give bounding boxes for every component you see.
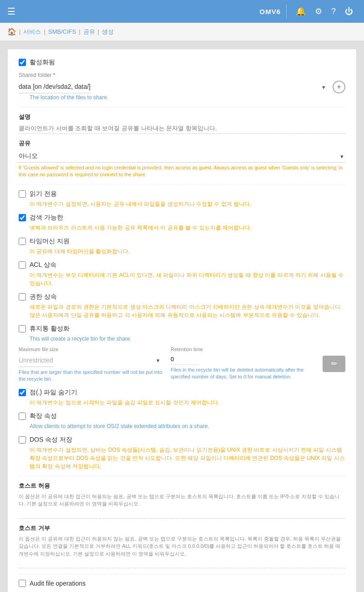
enabled-checkbox[interactable] xyxy=(19,59,26,66)
breadcrumb-home[interactable]: 🏠 xyxy=(7,27,16,36)
host-allow-input[interactable] xyxy=(19,508,345,519)
guest-select[interactable]: 아니오 xyxy=(19,149,345,163)
max-file-size-select-wrapper: Unrestricted xyxy=(19,354,163,367)
host-allow-label: 호스트 허용 xyxy=(19,482,345,490)
navbar-left: ☰ xyxy=(7,6,15,17)
menu-icon[interactable]: ☰ xyxy=(7,6,15,17)
recycle-label[interactable]: 휴지통 활성화 xyxy=(30,325,70,333)
max-file-size-select-row: Unrestricted xyxy=(19,354,163,367)
acl-section: ACL 상속 이 매개변수는 부모 디렉터리에 기본 ACL이 있다면, 새 파… xyxy=(19,261,345,287)
readonly-checkbox[interactable] xyxy=(19,190,26,198)
description-input[interactable] xyxy=(19,123,345,134)
divider-2 xyxy=(19,184,345,184)
eraser-button[interactable]: ✏ xyxy=(323,356,345,372)
breadcrumb-create: 생성 xyxy=(102,28,114,36)
inherit-perms-row: 권한 상속 xyxy=(19,293,345,301)
timemachine-desc: 이 공유에 대해 타임머신을 활성화합니다. xyxy=(30,247,345,255)
form-card: 활성화됨 Shared folder * data [on /dev/sda2,… xyxy=(7,49,357,592)
description-section: 설명 xyxy=(19,113,345,134)
host-allow-desc: 이 옵션은 이 공유에 대한 접근이 허용되는 쉼표, 공백 또는 탭으로 구분… xyxy=(19,493,345,508)
hide-dot-checkbox[interactable] xyxy=(19,389,26,396)
dos-attr-desc: 이 매개변수가 설정되면, 삼바는 DOS 속성들(시스템, 숨김, 보관이나 … xyxy=(30,446,345,470)
navbar: ☰ OMV6 🔔 ⚙ ? ⏻ xyxy=(0,0,364,23)
browseable-row: 검색 가능한 xyxy=(19,214,345,222)
max-file-size-desc: Files that are larger than the specified… xyxy=(19,369,163,383)
help-button[interactable]: ? xyxy=(328,4,339,19)
shared-folder-section: Shared folder * data [on /dev/sda2, data… xyxy=(19,72,345,102)
divider-4 xyxy=(19,574,345,574)
breadcrumb-services[interactable]: 서비스 xyxy=(23,28,41,36)
max-file-size-select[interactable]: Unrestricted xyxy=(19,354,53,367)
add-shared-folder-button[interactable]: + xyxy=(333,81,345,93)
retention-label: Retention time xyxy=(171,347,315,352)
main-content: 활성화됨 Shared folder * data [on /dev/sda2,… xyxy=(0,41,364,592)
guest-info: If 'Guests allowed' is selected and no l… xyxy=(19,164,345,179)
inherit-perms-checkbox[interactable] xyxy=(19,293,26,301)
inherit-perms-desc: 새로운 파일과 경로의 권한은 기본적으로 생성 마스크와 디렉터리 마스크가 … xyxy=(30,303,345,319)
hide-dot-label[interactable]: 점(.) 파일 숨기기 xyxy=(30,388,77,397)
inherit-perms-label[interactable]: 권한 상속 xyxy=(30,293,57,301)
timemachine-checkbox[interactable] xyxy=(19,238,26,245)
host-deny-input[interactable] xyxy=(19,557,345,568)
breadcrumb-share[interactable]: 공유 xyxy=(83,28,95,36)
required-marker: * xyxy=(53,72,55,78)
acl-desc: 이 매개변수는 부모 디렉터리에 기본 ACL이 있다면, 새 파일이나 하위 … xyxy=(30,271,345,287)
guest-section: 공유 아니오 If 'Guests allowed' is selected a… xyxy=(19,139,345,179)
power-button[interactable]: ⏻ xyxy=(341,4,357,19)
recycle-checkbox[interactable] xyxy=(19,325,26,332)
extended-attr-row: 확장 속성 xyxy=(19,412,345,420)
audit-row: Audit file operations xyxy=(19,580,345,587)
hide-dot-row: 점(.) 파일 숨기기 xyxy=(19,388,345,397)
navbar-divider xyxy=(286,5,287,18)
recycle-row: 휴지통 활성화 xyxy=(19,325,345,333)
dos-attr-row: DOS 속성 저장 xyxy=(19,436,345,444)
browseable-checkbox[interactable] xyxy=(19,214,26,221)
host-deny-label: 호스트 거부 xyxy=(19,524,345,532)
acl-row: ACL 상속 xyxy=(19,261,345,269)
extended-attr-checkbox[interactable] xyxy=(19,413,26,420)
divider-3 xyxy=(19,476,345,476)
breadcrumb-sep-1: | xyxy=(19,28,20,35)
readonly-row: 읽기 전용 xyxy=(19,190,345,198)
navbar-right: OMV6 🔔 ⚙ ? ⏻ xyxy=(259,4,357,19)
recycle-options-row: Maximum file size Unrestricted Files tha… xyxy=(19,347,345,383)
breadcrumb-sep-3: | xyxy=(79,28,80,35)
dos-attr-checkbox[interactable] xyxy=(19,436,26,444)
host-deny-section: 호스트 거부 이 옵션은 이 공유에 대한 접근이 허용되지 않는 쉼표, 공백… xyxy=(19,524,345,569)
notifications-button[interactable]: 🔔 xyxy=(292,4,309,19)
eraser-col: ✏ xyxy=(323,347,345,383)
dos-attr-section: DOS 속성 저장 이 매개변수가 설정되면, 삼바는 DOS 속성들(시스템,… xyxy=(19,436,345,470)
host-allow-section: 호스트 허용 이 옵션은 이 공유에 대한 접근이 허용되는 쉼표, 공백 또는… xyxy=(19,482,345,519)
enabled-label[interactable]: 활성화됨 xyxy=(30,58,55,66)
audit-checkbox[interactable] xyxy=(19,580,26,587)
breadcrumb-smb[interactable]: SMB/CIFS xyxy=(48,28,76,35)
shared-folder-label: Shared folder * xyxy=(19,72,345,78)
retention-desc: Files in the recycle bin will be deleted… xyxy=(171,367,315,381)
recycle-section: 휴지통 활성화 This will create a recycle bin f… xyxy=(19,325,345,383)
timemachine-label[interactable]: 타임머신 지원 xyxy=(30,237,70,245)
retention-col: Retention time Files in the recycle bin … xyxy=(171,347,315,383)
max-file-size-label: Maximum file size xyxy=(19,347,163,352)
readonly-label[interactable]: 읽기 전용 xyxy=(30,190,57,198)
browseable-label[interactable]: 검색 가능한 xyxy=(30,214,63,222)
hide-dot-desc: 이 매개변수는 점으로 시작하는 파일을 숨김 파일로 표시할 것인지 제어합니… xyxy=(30,398,345,407)
readonly-desc: 이 매개변수가 설정되면, 사용자는 공유 내에서 파일들을 생성하거나 수정할… xyxy=(30,200,345,208)
shared-folder-info: The location of the files to share. xyxy=(30,93,345,102)
dos-attr-label[interactable]: DOS 속성 저장 xyxy=(30,436,72,444)
hide-dot-section: 점(.) 파일 숨기기 이 매개변수는 점으로 시작하는 파일을 숨김 파일로 … xyxy=(19,388,345,407)
audit-label[interactable]: Audit file operations xyxy=(30,580,86,587)
acl-label[interactable]: ACL 상속 xyxy=(30,261,56,269)
acl-checkbox[interactable] xyxy=(19,261,26,269)
retention-input[interactable] xyxy=(171,354,198,365)
browseable-section: 검색 가능한 넷북과 브라우즈 리스트의 사용 가능한 공유 목록에서 이 공유… xyxy=(19,214,345,232)
shared-folder-select[interactable]: data [on /dev/sda2, data/] xyxy=(19,80,91,93)
host-deny-desc: 이 옵션은 이 공유에 대한 접근이 허용되지 않는 쉼표, 공백 또는 탭으로… xyxy=(19,535,345,558)
settings-button[interactable]: ⚙ xyxy=(311,4,326,19)
breadcrumb-sep-2: | xyxy=(44,28,45,35)
breadcrumb-wrapper: 🏠 | 서비스 | SMB/CIFS | 공유 | 생성 xyxy=(0,23,364,41)
shared-folder-row: data [on /dev/sda2, data/] + xyxy=(19,80,345,93)
recycle-desc: This will create a recycle bin for the s… xyxy=(30,335,345,343)
extended-attr-label[interactable]: 확장 속성 xyxy=(30,412,57,420)
extended-attr-section: 확장 속성 Allow clients to attempt to store … xyxy=(19,412,345,430)
guest-label: 공유 xyxy=(19,139,345,148)
